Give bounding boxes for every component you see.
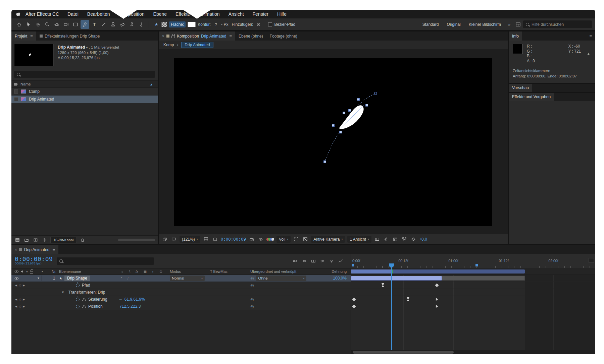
panel-menu-icon[interactable]: ≡ bbox=[589, 34, 595, 39]
hand-tool-icon[interactable] bbox=[34, 20, 42, 29]
keyframe-ease-icon[interactable] bbox=[436, 305, 438, 308]
apple-icon[interactable] bbox=[15, 11, 21, 17]
fill-transparency-swatch[interactable] bbox=[161, 22, 167, 27]
label-column-header[interactable]: ▪ bbox=[42, 269, 43, 274]
help-search-input[interactable] bbox=[532, 22, 589, 27]
group-label-transformieren[interactable]: Transformieren: Drip bbox=[68, 290, 105, 295]
grid-guides-icon[interactable] bbox=[203, 236, 209, 243]
label-column-icon[interactable] bbox=[14, 83, 18, 86]
project-search-input[interactable] bbox=[22, 72, 152, 77]
parent-column-header[interactable]: Übergeordnet und verknüpft bbox=[249, 269, 324, 274]
stroke-color-swatch[interactable]: ? bbox=[213, 22, 219, 27]
tab-timeline-drip-animated[interactable]: × Drip Animated ≡ bbox=[11, 245, 58, 254]
new-composition-icon[interactable] bbox=[32, 237, 39, 243]
stroke-width-label[interactable]: - Px bbox=[221, 22, 228, 27]
rectangle-tool-icon[interactable] bbox=[71, 20, 80, 29]
shape-star-icon[interactable]: ★ bbox=[152, 20, 161, 29]
prev-keyframe-icon[interactable]: ◀ bbox=[15, 298, 17, 301]
panel-menu-icon[interactable]: ≡ bbox=[30, 34, 33, 39]
current-timecode[interactable]: 0:00:00:09 bbox=[15, 257, 53, 261]
add-label[interactable]: Hinzufügen: bbox=[232, 22, 253, 27]
nr-column-header[interactable]: Nr. bbox=[49, 269, 59, 274]
layer-duration-track[interactable] bbox=[351, 275, 595, 282]
type-tool-icon[interactable]: T bbox=[90, 20, 99, 29]
scrollbar-thumb[interactable] bbox=[353, 351, 454, 354]
layer-label-color[interactable] bbox=[42, 276, 42, 281]
composition-canvas[interactable] bbox=[174, 58, 492, 226]
show-snapshot-icon[interactable] bbox=[257, 236, 264, 243]
stretch-value[interactable]: 100,0% bbox=[324, 276, 351, 281]
bit-depth-button[interactable]: 16-Bit-Kanal bbox=[50, 237, 77, 243]
close-tab-icon[interactable]: × bbox=[15, 247, 17, 252]
switches-column-header[interactable]: ☼\fx▦◐⊙ bbox=[118, 270, 167, 274]
menu-datei[interactable]: Datei bbox=[63, 11, 83, 17]
workspace-original[interactable]: Original bbox=[443, 22, 464, 27]
tab-komposition[interactable]: × Komposition Drip Animated ≡ bbox=[159, 32, 235, 41]
stopwatch-icon[interactable] bbox=[76, 298, 80, 301]
layer-switches[interactable]: */ bbox=[118, 277, 167, 280]
property-label-position[interactable]: Position bbox=[88, 304, 117, 309]
property-label-pfad[interactable]: Pfad bbox=[82, 283, 90, 288]
property-label-skalierung[interactable]: Skalier­ung bbox=[88, 297, 117, 302]
item-caret-icon[interactable]: ▾ bbox=[86, 46, 88, 49]
transparency-grid-icon[interactable] bbox=[302, 236, 309, 243]
parent-pickwhip-icon[interactable]: ◎ bbox=[250, 276, 254, 281]
mask-visibility-icon[interactable] bbox=[212, 236, 218, 243]
skalierung-keyframe-track[interactable] bbox=[351, 296, 595, 303]
keyframe-hold-icon[interactable] bbox=[407, 297, 409, 301]
pfad-keyframe-track[interactable] bbox=[351, 282, 595, 289]
layer-duration-tail[interactable] bbox=[442, 276, 525, 281]
position-value[interactable]: 712,5,222,3 bbox=[119, 304, 141, 309]
horizontal-scrollbar[interactable] bbox=[118, 239, 155, 241]
label-color-box[interactable] bbox=[14, 89, 18, 94]
panel-menu-icon[interactable]: ≡ bbox=[229, 34, 232, 39]
display-icon[interactable] bbox=[170, 236, 177, 243]
stretch-column-header[interactable]: Dehnung bbox=[324, 269, 351, 274]
layer-duration-bar[interactable] bbox=[351, 276, 442, 281]
tab-effekte-und-vorgaben[interactable]: Effekte und Vorgaben bbox=[509, 93, 554, 101]
panel-menu-icon[interactable]: ≡ bbox=[52, 247, 55, 252]
property-row-skalierung[interactable]: ◀◇▶ Skalier­ung ∞ 61,9,61,9% ◎ bbox=[11, 296, 351, 303]
project-row-comp[interactable]: Comp bbox=[11, 88, 158, 96]
tab-info[interactable]: Info bbox=[509, 32, 522, 41]
project-list-header[interactable]: Name ▲ bbox=[11, 80, 158, 88]
transform-track[interactable] bbox=[351, 289, 595, 296]
stopwatch-icon[interactable] bbox=[76, 305, 80, 308]
selected-item-name[interactable]: Drip Animated bbox=[58, 45, 85, 50]
stroke-label[interactable]: Kontur: bbox=[198, 22, 211, 27]
orbit-camera-tool-icon[interactable] bbox=[52, 20, 61, 29]
next-keyframe-icon[interactable]: ▶ bbox=[23, 298, 25, 301]
fill-color-swatch[interactable] bbox=[188, 22, 196, 27]
keyframe-diamond-icon[interactable] bbox=[352, 304, 356, 308]
tab-ebene[interactable]: Ebene (ohne) bbox=[235, 32, 266, 41]
camera-tool-icon[interactable] bbox=[62, 20, 70, 29]
solo-column-icon[interactable]: ● bbox=[26, 270, 28, 273]
blend-mode-select[interactable]: Normal▾ bbox=[170, 276, 205, 281]
motion-blur-icon[interactable] bbox=[319, 258, 326, 264]
exposure-value[interactable]: +0,0 bbox=[419, 237, 427, 242]
roto-brush-tool-icon[interactable] bbox=[128, 20, 136, 29]
keyframe-diamond-icon[interactable] bbox=[352, 297, 356, 301]
resolution-select[interactable]: Voll▾ bbox=[276, 236, 291, 243]
parent-select[interactable]: Ohne▾ bbox=[256, 276, 306, 281]
graph-editor-icon[interactable] bbox=[337, 258, 344, 264]
new-folder-icon[interactable] bbox=[23, 237, 30, 243]
timeline-button-icon[interactable] bbox=[392, 236, 399, 243]
lock-icon[interactable] bbox=[171, 36, 175, 38]
layername-column-header[interactable]: Ebenenname bbox=[59, 269, 118, 274]
view-layout-select[interactable]: 1 Ansicht▾ bbox=[347, 236, 371, 243]
pickwhip-icon[interactable]: ◎ bbox=[250, 304, 254, 309]
project-thumbnail[interactable] bbox=[14, 44, 54, 66]
sort-ascending-icon[interactable]: ▲ bbox=[150, 82, 155, 86]
menu-hilfe[interactable]: Hilfe bbox=[273, 11, 291, 17]
brainstorm-icon[interactable] bbox=[328, 258, 335, 264]
timeline-search-input[interactable] bbox=[65, 259, 151, 263]
pickwhip-icon[interactable]: ◎ bbox=[250, 297, 254, 302]
layer-row-drip-shape[interactable]: ▼ 1 ★ Drip Shape */ Normal▾ bbox=[11, 275, 351, 282]
keyframe-hold-icon[interactable] bbox=[382, 283, 384, 287]
tab-vorschau[interactable]: Vorschau bbox=[509, 84, 532, 92]
stopwatch-icon[interactable] bbox=[76, 284, 80, 287]
breadcrumb-current[interactable]: Drip Animated bbox=[181, 42, 213, 48]
name-column-header[interactable]: Name bbox=[20, 82, 31, 86]
show-channel-icon[interactable] bbox=[266, 238, 274, 241]
